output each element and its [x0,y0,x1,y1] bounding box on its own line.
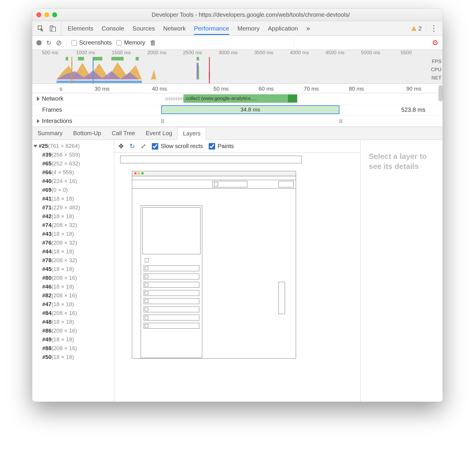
slow-scroll-checkbox[interactable]: Slow scroll rects [152,143,203,150]
layer-node[interactable]: #45(18 × 18) [33,265,113,274]
frame-bar[interactable]: 34.8 ms [161,105,339,114]
layers-canvas[interactable] [114,153,360,402]
caret-down-icon[interactable] [33,145,38,147]
tab-network[interactable]: Network [163,22,186,35]
overview-tick: 4500 ms [325,50,344,56]
layer-node[interactable]: #84(208 × 16) [33,309,113,318]
layer-node[interactable]: #42(18 × 18) [33,212,113,221]
detail-tab-summary[interactable]: Summary [32,127,68,140]
layer-node[interactable]: #66(4 × 559) [33,168,113,177]
expand-icon[interactable] [37,119,40,123]
warnings-badge[interactable]: 2 [411,25,422,32]
tab-console[interactable]: Console [102,22,124,35]
warning-icon [411,26,416,31]
layer-node[interactable]: #39(256 × 559) [33,150,113,159]
overview-tick: 5000 ms [361,50,380,56]
minimize-icon[interactable] [44,12,49,17]
svg-rect-9 [136,57,139,60]
layer-node[interactable]: #50(18 × 18) [33,353,113,362]
layer-node[interactable]: #47(18 × 18) [33,300,113,309]
timeline-tick: 80 ms [349,86,364,92]
maximize-icon[interactable] [52,12,57,17]
layer-node[interactable]: #46(18 × 18) [33,282,113,291]
clear-icon[interactable]: ⊘ [56,39,62,47]
rotate-icon[interactable]: ↻ [130,143,135,150]
timeline-tick: 30 ms [94,86,110,92]
tab-memory[interactable]: Memory [237,22,260,35]
layer-node[interactable]: #65(252 × 632) [33,159,113,168]
window-title: Developer Tools - https://developers.goo… [63,11,438,18]
tab-sources[interactable]: Sources [132,22,155,35]
layer-tree[interactable]: #25(761 × 8264)#39(256 × 559)#65(252 × 6… [32,140,114,402]
tab-performance[interactable]: Performance [194,22,229,35]
overview-tick: 3500 ms [254,50,273,56]
layers-toolbar: ✥ ↻ ⤢ Slow scroll rects Paints [114,140,360,153]
overview-strip[interactable]: 500 ms1000 ms1500 ms2000 ms2500 ms3000 m… [32,50,443,84]
network-bar-tail [288,94,297,103]
detail-tab-call-tree[interactable]: Call Tree [106,127,140,140]
slow-scroll-label: Slow scroll rects [161,143,203,150]
device-icon[interactable] [49,25,56,32]
titlebar: Developer Tools - https://developers.goo… [32,9,443,21]
layer-node[interactable]: #69(0 × 0) [33,186,113,194]
layer-node[interactable]: #71(229 × 482) [33,203,113,212]
layer-node-root[interactable]: #25(761 × 8264) [33,142,113,150]
detail-tab-bottom-up[interactable]: Bottom-Up [68,127,107,140]
layer-node[interactable]: #44(18 × 18) [33,247,113,256]
frames-row[interactable]: Frames 34.8 ms 523.8 ms [32,104,443,116]
layer-node[interactable]: #78(208 × 32) [33,256,113,265]
detail-tab-layers[interactable]: Layers [177,127,206,140]
layer-node[interactable]: #88(208 × 16) [33,344,113,353]
timeline-tick: 90 ms [406,86,421,92]
reset-icon[interactable]: ⤢ [141,143,146,150]
tab-application[interactable]: Application [268,22,298,35]
interactions-row[interactable]: Interactions [32,116,443,127]
settings-gear-icon[interactable]: ⚙ [432,39,438,47]
more-tabs-icon[interactable]: » [306,24,310,33]
tab-elements[interactable]: Elements [68,22,93,35]
trash-icon[interactable]: 🗑 [150,39,156,47]
layer-node[interactable]: #43(18 × 18) [33,230,113,238]
overview-tick: 2000 ms [147,50,166,56]
screenshots-checkbox[interactable]: Screenshots [72,39,112,46]
kebab-menu-icon[interactable] [433,28,434,29]
layer-node[interactable]: #74(208 × 32) [33,221,113,230]
performance-toolbar: ↻ ⊘ Screenshots Memory 🗑 ⚙ [32,36,443,50]
layer-node[interactable]: #48(18 × 18) [33,318,113,326]
devtools-window: Developer Tools - https://developers.goo… [32,9,443,402]
layer-node[interactable]: #40(224 × 16) [33,177,113,186]
network-bar[interactable]: collect (www.google-analytics.… [183,94,288,103]
overview-axis: 500 ms1000 ms1500 ms2000 ms2500 ms3000 m… [32,50,428,56]
pan-icon[interactable]: ✥ [118,143,124,150]
layers-viz: ✥ ↻ ⤢ Slow scroll rects Paints [114,140,443,402]
layer-node[interactable]: #80(208 × 16) [33,274,113,282]
drag-handle-icon[interactable] [161,119,162,123]
layer-node[interactable]: #82(208 × 16) [33,291,113,300]
svg-rect-2 [52,27,55,32]
drag-handle-icon[interactable] [339,119,341,123]
overview-chart [32,57,428,84]
paints-label: Paints [217,143,234,150]
expand-icon[interactable] [37,97,40,101]
svg-rect-7 [93,57,102,60]
overview-tick: 1000 ms [76,50,95,56]
detail-tab-event-log[interactable]: Event Log [140,127,177,140]
overview-tick: 5500 [401,50,412,56]
network-row[interactable]: Network collect (www.google-analytics.… [32,93,443,104]
layer-node[interactable]: #76(208 × 32) [33,238,113,247]
layer-node[interactable]: #41(18 × 18) [33,194,113,203]
svg-rect-8 [111,57,124,60]
paints-checkbox[interactable]: Paints [209,143,234,150]
close-icon[interactable] [36,12,41,17]
reload-icon[interactable]: ↻ [46,39,51,46]
svg-rect-12 [198,66,199,79]
traffic-lights [36,12,57,17]
layer-node[interactable]: #49(18 × 18) [33,335,113,344]
layer-node[interactable]: #86(208 × 16) [33,326,113,335]
timeline-rows: Network collect (www.google-analytics.… … [32,93,443,127]
record-button[interactable] [36,40,42,45]
memory-checkbox[interactable]: Memory [116,39,145,46]
frames-row-label: Frames [42,106,62,113]
inspect-icon[interactable] [38,25,44,32]
overview-tick: 4000 ms [290,50,309,56]
